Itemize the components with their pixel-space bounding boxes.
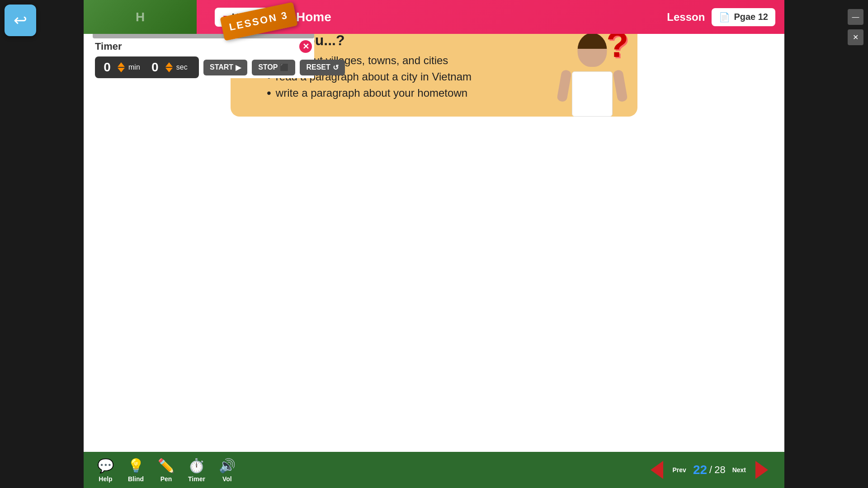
timer-sec-value: 0 [148,60,162,75]
list-item-3: • write a paragraph about your hometown [267,87,556,99]
person-figure: ? [558,33,626,117]
min-label: min [128,63,140,71]
play-icon: ▶ [236,63,241,72]
bottom-toolbar: 💬 Help 💡 Blind ✏️ Pen ⏱️ Timer 🔊 Vol [84,452,784,488]
timer-display: 0 min 0 sec [95,56,199,78]
pen-label: Pen [160,475,172,483]
blind-icon: 💡 [127,458,144,474]
prev-label: Prev [673,466,686,474]
sec-up-arrow[interactable] [165,62,173,67]
blind-label: Blind [128,475,144,483]
lesson-header-label: Lesson [667,11,705,23]
vol-icon: 🔊 [219,458,236,474]
toolbar-timer[interactable]: ⏱️ Timer [188,458,205,483]
timer-header: Timer ✕ [93,40,314,53]
close-button[interactable]: ✕ [848,29,863,45]
current-page: 22 [693,463,707,477]
timer-toolbar-label: Timer [188,475,205,483]
page-number-badge: Pgae 12 [734,12,768,22]
start-label: START [210,63,233,71]
hair [578,33,607,49]
stop-icon: ⬛ [280,63,289,72]
timer-stop-button[interactable]: STOP ⬛ [252,60,295,75]
next-arrow-icon [755,461,768,479]
back-button[interactable]: ↩ [5,5,36,36]
next-label: Next [732,466,746,474]
window-controls: — ✕ [848,5,863,47]
page-icon: 📄 [719,12,730,23]
timer-close-button[interactable]: ✕ [299,40,312,53]
prev-arrow-icon [651,461,663,479]
book-cover-image: H [84,0,197,34]
pen-icon: ✏️ [158,458,175,474]
page-badge: 📄 Pgae 12 [712,8,775,26]
nav-controls: Prev 22 / 28 Next [648,461,771,479]
timer-widget: Timer ✕ 0 min 0 [93,31,314,78]
min-arrows[interactable] [118,62,125,72]
prev-button[interactable] [648,461,666,479]
sec-label: sec [176,63,188,71]
toolbar-vol[interactable]: 🔊 Vol [219,458,236,483]
workspace: LESSON 3 Can you...? • ask about village… [84,55,784,117]
stop-label: STOP [258,63,278,71]
timer-reset-button[interactable]: RESET ↺ [300,60,344,75]
home-label: Home [296,10,658,24]
toolbar-blind[interactable]: 💡 Blind [127,458,144,483]
vol-label: Vol [222,475,232,483]
page-separator: / [709,464,712,476]
head [578,33,607,67]
help-label: Help [99,475,112,483]
sec-arrows[interactable] [165,62,173,72]
reset-icon: ↺ [333,63,339,72]
back-icon: ↩ [14,11,27,30]
header-right: Lesson 📄 Pgae 12 [667,8,775,26]
bullet-text-3: write a paragraph about your hometown [276,87,467,99]
right-arm [613,70,628,103]
toolbar-pen[interactable]: ✏️ Pen [158,458,175,483]
min-up-arrow[interactable] [118,62,125,67]
timer-start-button[interactable]: START ▶ [203,60,247,75]
timer-icon: ⏱️ [188,458,205,474]
bullet-3: • [267,87,271,99]
page-counter: 22 / 28 [693,463,726,477]
body [572,71,613,117]
header-bar: H ▼ Unit 1 Home Lesson 📄 Pgae 12 [84,0,784,34]
left-arm [557,70,572,103]
main-content: H ▼ Unit 1 Home Lesson 📄 Pgae 12 ▲ [84,0,784,488]
person-image: ? [556,31,628,117]
sec-down-arrow[interactable] [165,68,173,72]
right-panel: — ✕ [784,0,868,488]
toolbar-help[interactable]: 💬 Help [97,458,114,483]
timer-min-value: 0 [100,60,114,75]
book-title-partial: H [136,10,145,24]
reset-label: RESET [306,63,330,71]
left-panel: ↩ [0,0,84,488]
timer-title: Timer [95,41,122,52]
min-down-arrow[interactable] [118,68,125,72]
timer-controls: 0 min 0 sec [93,56,314,78]
help-icon: 💬 [97,458,114,474]
total-pages: 28 [714,464,725,476]
next-button[interactable] [753,461,771,479]
minimize-button[interactable]: — [848,9,863,25]
